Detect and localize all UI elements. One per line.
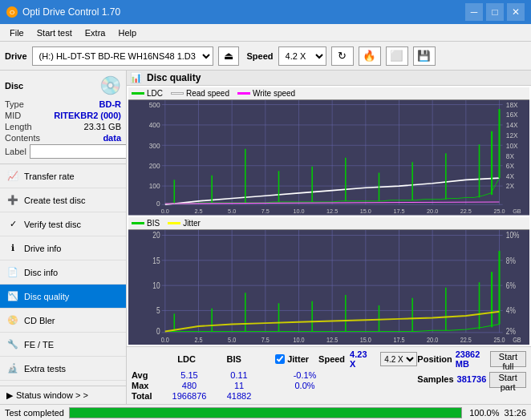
svg-text:10.0: 10.0: [293, 335, 305, 343]
svg-text:20: 20: [152, 230, 160, 240]
menu-file[interactable]: File: [3, 26, 30, 39]
nav-drive-info-label: Drive info: [24, 244, 61, 253]
progress-percentage: 100.0%: [467, 408, 499, 418]
disc-contents-row: Contents data: [5, 133, 121, 143]
svg-text:2%: 2%: [506, 326, 517, 336]
svg-text:200: 200: [149, 162, 160, 170]
progress-time: 31:26: [504, 408, 526, 418]
close-button[interactable]: ✕: [507, 3, 525, 21]
disc-icon: 💿: [99, 75, 121, 96]
status-window-arrow: ▶: [6, 390, 13, 401]
charts-wrapper: LDC Read speed Write speed: [127, 86, 531, 346]
chart-title-text: Disc quality: [147, 72, 201, 83]
menu-start-test[interactable]: Start test: [30, 26, 79, 39]
top-chart-legend: LDC Read speed Write speed: [128, 87, 529, 100]
nav-drive-info[interactable]: ℹ Drive info: [0, 236, 126, 260]
jitter-label: Jitter: [287, 354, 309, 364]
svg-text:10X: 10X: [506, 141, 518, 149]
nav-create-test-disc[interactable]: ➕ Create test disc: [0, 188, 126, 212]
total-label: Total: [132, 391, 164, 401]
svg-text:12.5: 12.5: [326, 208, 338, 215]
erase-button[interactable]: ⬜: [386, 46, 408, 66]
svg-text:4X: 4X: [506, 172, 514, 180]
start-part-button[interactable]: Start part: [489, 372, 526, 388]
extra-tests-icon: 🔬: [6, 362, 19, 375]
disc-label-input[interactable]: [30, 144, 127, 159]
stats-ldc-header: LDC: [164, 354, 209, 364]
disc-contents-value: data: [103, 133, 121, 143]
svg-text:GB: GB: [513, 335, 521, 343]
burn-button[interactable]: 🔥: [359, 46, 381, 66]
speed-select[interactable]: 4.2 X: [278, 46, 326, 66]
svg-text:15.0: 15.0: [360, 335, 372, 343]
avg-row: Avg 5.15 0.11 -0.1%: [132, 370, 417, 380]
svg-text:18X: 18X: [506, 101, 518, 109]
nav-extra-tests[interactable]: 🔬 Extra tests: [0, 357, 126, 381]
menu-help[interactable]: Help: [111, 26, 143, 39]
disc-panel: Disc 💿 Type BD-R MID RITEKBR2 (000) Leng…: [0, 71, 126, 164]
nav-cd-bler-label: CD Bler: [24, 316, 55, 325]
legend-bis-label: BIS: [147, 219, 160, 228]
chart-title-icon: 📊: [130, 72, 142, 83]
status-window-button[interactable]: ▶ Status window > >: [0, 386, 126, 404]
speed-stat-label: Speed: [318, 354, 345, 364]
nav-disc-quality[interactable]: 📉 Disc quality: [0, 285, 126, 309]
svg-text:15.0: 15.0: [360, 208, 371, 215]
sidebar: Disc 💿 Type BD-R MID RITEKBR2 (000) Leng…: [0, 71, 127, 404]
maximize-button[interactable]: □: [486, 3, 504, 21]
jitter-check-area: Jitter: [275, 354, 309, 364]
avg-label: Avg: [132, 370, 164, 380]
bottom-chart-svg: 20 15 10 5 0 10% 8% 6% 4% 2% 0.0 2.5: [128, 230, 529, 345]
jitter-checkbox[interactable]: [275, 354, 285, 364]
legend-jitter-color: [168, 222, 180, 224]
svg-text:10.0: 10.0: [293, 208, 304, 215]
avg-jitter: -0.1%: [265, 370, 345, 380]
nav-disc-info[interactable]: 📄 Disc info: [0, 260, 126, 285]
disc-mid-value: RITEKBR2 (000): [54, 111, 121, 120]
nav-transfer-rate[interactable]: 📈 Transfer rate: [0, 164, 126, 188]
start-full-button[interactable]: Start full: [490, 351, 526, 367]
disc-type-row: Type BD-R: [5, 99, 121, 109]
drive-info-icon: ℹ: [6, 242, 19, 255]
stats-bis-header: BIS: [211, 354, 257, 364]
stats-table-left: LDC BIS Jitter Speed 4.23 X 4.2 X: [132, 349, 417, 402]
svg-text:22.5: 22.5: [460, 335, 472, 343]
svg-text:22.5: 22.5: [460, 208, 472, 215]
save-button[interactable]: 💾: [413, 46, 436, 66]
eject-button[interactable]: ⏏: [218, 46, 239, 66]
legend-write-speed-color: [237, 92, 250, 95]
bottom-chart: 20 15 10 5 0 10% 8% 6% 4% 2% 0.0 2.5: [128, 230, 529, 345]
speed-stat-select-wrap: 4.2 X: [380, 352, 417, 366]
sidebar-status: ▶ Status window > >: [0, 386, 126, 404]
legend-write-speed-label: Write speed: [253, 89, 295, 98]
disc-mid-row: MID RITEKBR2 (000): [5, 111, 121, 120]
disc-type-label: Type: [5, 99, 24, 109]
disc-length-label: Length: [5, 122, 32, 131]
svg-text:0: 0: [156, 326, 160, 336]
speed-stat-select[interactable]: 4.2 X: [380, 352, 417, 366]
refresh-button[interactable]: ↻: [331, 46, 354, 66]
menu-bar: File Start test Extra Help: [0, 24, 531, 42]
create-disc-icon: ➕: [6, 194, 19, 207]
drive-select[interactable]: (H:) HL-DT-ST BD-RE WH16NS48 1.D3: [32, 46, 213, 66]
legend-ldc-label: LDC: [147, 89, 163, 98]
nav-verify-test-disc[interactable]: ✓ Verify test disc: [0, 212, 126, 236]
max-row: Max 480 11 0.0%: [132, 381, 417, 390]
nav-fe-te[interactable]: 🔧 FE / TE: [0, 333, 126, 357]
svg-text:6%: 6%: [506, 281, 517, 290]
bottom-chart-container: BIS Jitter: [128, 217, 529, 345]
disc-quality-icon: 📉: [6, 290, 19, 303]
nav-extra-tests-label: Extra tests: [24, 364, 66, 374]
progress-bar-container: [69, 407, 462, 418]
legend-write-speed: Write speed: [237, 89, 295, 98]
window-controls: ─ □ ✕: [465, 3, 525, 21]
fe-te-icon: 🔧: [6, 338, 19, 351]
nav-cd-bler[interactable]: 📀 CD Bler: [0, 309, 126, 333]
minimize-button[interactable]: ─: [465, 3, 483, 21]
menu-extra[interactable]: Extra: [79, 26, 112, 39]
svg-text:2X: 2X: [506, 182, 514, 190]
nav-fe-te-label: FE / TE: [24, 340, 54, 349]
max-jitter: 0.0%: [265, 381, 345, 390]
status-window-label: Status window > >: [16, 390, 88, 400]
nav-transfer-rate-label: Transfer rate: [24, 172, 75, 181]
